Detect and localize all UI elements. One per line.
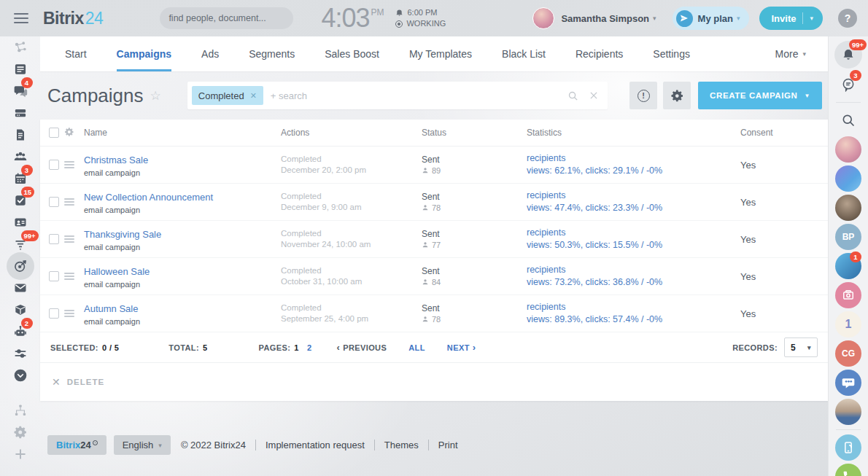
telephony-phone-icon[interactable]: [835, 464, 861, 476]
footer-link-themes[interactable]: Themes: [384, 440, 419, 450]
user-avatar[interactable]: [532, 7, 554, 29]
avatar-purple-graphic[interactable]: [835, 165, 861, 192]
campaign-name-link[interactable]: Autumn Sale: [84, 303, 138, 314]
row-checkbox[interactable]: [49, 234, 59, 244]
favorite-star-icon[interactable]: ☆: [150, 88, 161, 104]
sidebar-search-icon[interactable]: [835, 107, 861, 133]
next-page-button[interactable]: NEXT›: [447, 342, 476, 353]
drag-handle-icon[interactable]: [64, 198, 74, 206]
collapse-chevron-icon[interactable]: [9, 364, 31, 386]
create-campaign-button[interactable]: CREATE CAMPAIGN▼: [698, 82, 822, 109]
page-2-link[interactable]: 2: [307, 343, 312, 352]
tab-sales-boost[interactable]: Sales Boost: [325, 36, 379, 71]
row-checkbox[interactable]: [49, 197, 59, 207]
group-chat-icon[interactable]: [835, 370, 861, 396]
marketing-target-icon[interactable]: [7, 252, 34, 280]
mail-icon[interactable]: [9, 277, 31, 299]
configure-gear-icon[interactable]: [9, 421, 31, 443]
page-current[interactable]: 1: [294, 343, 299, 352]
select-all-checkbox[interactable]: [49, 128, 59, 138]
filter-search-bar[interactable]: Completed✕: [187, 82, 608, 109]
search-icon[interactable]: [567, 90, 578, 101]
chevron-down-icon[interactable]: ▾: [653, 15, 656, 22]
chip-remove-icon[interactable]: ✕: [250, 91, 257, 101]
tab-settings[interactable]: Settings: [653, 36, 690, 71]
avatar-man-blue-shirt[interactable]: [835, 399, 861, 425]
clock[interactable]: 4:03PM: [321, 5, 384, 31]
tab-segments[interactable]: Segments: [249, 36, 295, 71]
avatar-man-photo[interactable]: [835, 195, 861, 221]
bitrix24-logo[interactable]: Bitrix24: [43, 9, 103, 28]
footer-link-implementation[interactable]: Implementation request: [266, 440, 365, 450]
clear-filter-icon[interactable]: [589, 90, 599, 101]
drag-handle-icon[interactable]: [64, 235, 74, 243]
col-name[interactable]: Name: [84, 128, 281, 138]
stats-line[interactable]: views: 89.3%, clicks: 57.4% / -0%: [527, 313, 740, 326]
tab-more[interactable]: More▾: [775, 36, 806, 71]
notifications-bell-icon[interactable]: 99+: [834, 41, 862, 69]
all-pages-button[interactable]: ALL: [408, 343, 425, 352]
recipients-link[interactable]: recipients: [527, 302, 566, 312]
global-search-input[interactable]: [168, 13, 286, 23]
campaign-name-link[interactable]: Christmas Sale: [84, 155, 148, 165]
user-name[interactable]: Samantha Simpson: [561, 13, 649, 24]
invite-button[interactable]: Invite ▾: [759, 7, 824, 30]
tasks-icon[interactable]: 15: [9, 190, 31, 211]
drag-handle-icon[interactable]: [64, 310, 74, 317]
my-plan-button[interactable]: My plan ▾: [673, 7, 749, 30]
chat-notifications-icon[interactable]: 3: [835, 71, 861, 98]
filter-chip[interactable]: Completed✕: [192, 86, 263, 105]
delete-button[interactable]: ✕DELETE: [52, 376, 104, 388]
help-button[interactable]: ?: [838, 9, 857, 28]
campaign-name-link[interactable]: Thanksgiving Sale: [84, 229, 161, 240]
drag-handle-icon[interactable]: [64, 161, 74, 168]
avatar-initials-bp[interactable]: BP: [835, 224, 861, 250]
settings-sliders-icon[interactable]: [9, 343, 31, 364]
recipients-link[interactable]: recipients: [527, 153, 566, 163]
drag-handle-icon[interactable]: [64, 273, 74, 280]
tab-black-list[interactable]: Black List: [502, 36, 546, 71]
info-button[interactable]: !: [629, 82, 657, 109]
campaign-name-link[interactable]: Halloween Sale: [84, 266, 150, 277]
network-icon[interactable]: [9, 36, 31, 58]
col-status[interactable]: Status: [422, 128, 527, 138]
records-per-page-select[interactable]: 5▾: [784, 338, 818, 357]
row-checkbox[interactable]: [49, 160, 59, 170]
language-select[interactable]: English▾: [114, 435, 171, 455]
column-settings-gear-icon[interactable]: [64, 127, 84, 139]
stats-line[interactable]: views: 47.4%, clicks: 23.3% / -0%: [527, 202, 740, 214]
mobile-device-icon[interactable]: [835, 434, 861, 461]
sitemap-icon[interactable]: [9, 399, 31, 421]
stats-line[interactable]: views: 62.1%, clicks: 29.1% / -0%: [527, 165, 740, 177]
row-checkbox[interactable]: [49, 271, 59, 281]
previous-page-button[interactable]: ‹PREVIOUS: [336, 342, 387, 353]
grid-settings-button[interactable]: [663, 82, 691, 109]
work-day-widget[interactable]: 6:00 PM WORKING: [395, 7, 446, 29]
avatar-blue-badge[interactable]: 1: [835, 253, 861, 279]
add-plus-icon[interactable]: [9, 443, 31, 465]
tab-ads[interactable]: Ads: [201, 36, 219, 71]
drive-icon[interactable]: [9, 102, 31, 124]
global-search[interactable]: [160, 7, 293, 29]
hamburger-menu-icon[interactable]: [14, 13, 28, 23]
recipients-link[interactable]: recipients: [527, 190, 566, 200]
footer-link-print[interactable]: Print: [438, 440, 458, 450]
stats-line[interactable]: views: 73.2%, clicks: 36.8% / -0%: [527, 276, 740, 289]
row-checkbox[interactable]: [49, 308, 59, 319]
birthday-avatar[interactable]: 1: [835, 311, 861, 338]
documents-icon[interactable]: [9, 124, 31, 146]
automation-robot-icon[interactable]: 2: [9, 321, 31, 343]
photos-pink-icon[interactable]: [835, 282, 861, 308]
footer-bitrix24-button[interactable]: Bitrix24: [47, 435, 106, 455]
tab-my-templates[interactable]: My Templates: [409, 36, 472, 71]
campaign-name-link[interactable]: New Collection Announcement: [84, 192, 213, 203]
avatar-initials-cg[interactable]: CG: [835, 340, 861, 367]
stats-line[interactable]: views: 50.3%, clicks: 15.5% / -0%: [527, 239, 740, 251]
col-statistics[interactable]: Statistics: [527, 128, 740, 138]
col-consent[interactable]: Consent: [740, 128, 828, 138]
filter-search-input[interactable]: [271, 90, 567, 101]
recipients-link[interactable]: recipients: [527, 265, 566, 275]
tab-campaigns[interactable]: Campaigns: [117, 36, 171, 71]
col-actions[interactable]: Actions: [281, 128, 422, 138]
tab-start[interactable]: Start: [65, 36, 87, 71]
